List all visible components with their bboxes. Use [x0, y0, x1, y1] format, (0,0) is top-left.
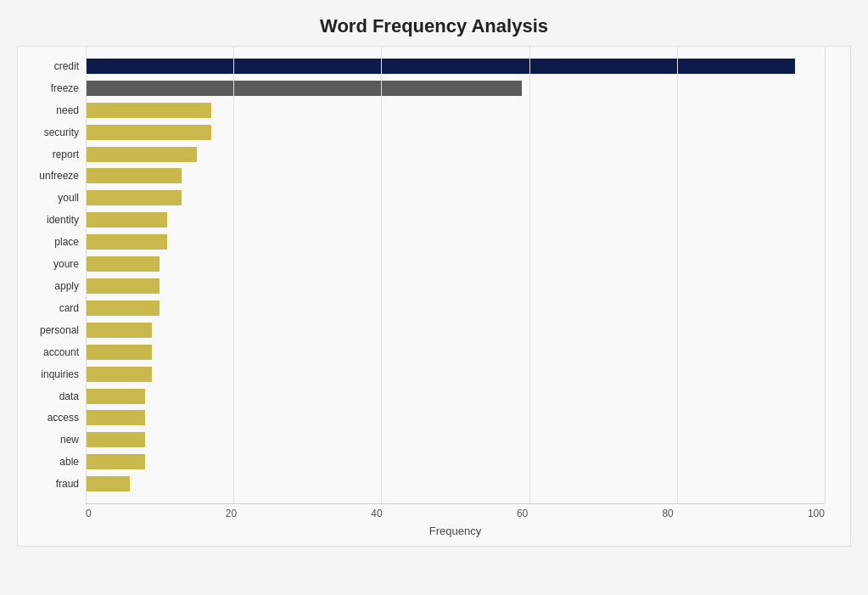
x-tick: 60	[517, 508, 528, 519]
bar-row: report	[18, 143, 825, 166]
bar-row: need	[18, 99, 825, 121]
bar-fill	[86, 300, 160, 316]
bar-fill	[86, 323, 152, 338]
bar-label: card	[18, 302, 86, 314]
bar-track	[86, 212, 825, 227]
x-tick: 0	[86, 508, 92, 519]
bar-fill	[86, 256, 160, 272]
bar-row: able	[18, 451, 825, 473]
bar-fill	[86, 432, 145, 447]
bar-row: inquiries	[18, 363, 825, 385]
grid-line	[825, 47, 826, 503]
bar-row: apply	[18, 275, 825, 297]
bar-fill	[86, 81, 522, 96]
bar-fill	[86, 168, 182, 183]
x-tick: 20	[226, 508, 237, 519]
bar-row: card	[18, 297, 825, 319]
bar-label: need	[18, 104, 86, 116]
bar-label: personal	[18, 324, 86, 336]
bar-label: able	[18, 456, 86, 468]
bar-row: access	[18, 407, 825, 429]
bar-row: fraud	[18, 473, 825, 495]
bar-row: account	[18, 341, 825, 363]
bar-row: credit	[18, 55, 825, 77]
bar-label: account	[18, 346, 86, 358]
bar-label: new	[18, 434, 86, 446]
x-tick: 40	[371, 508, 382, 519]
x-axis-label: Frequency	[86, 525, 825, 537]
bar-row: place	[18, 231, 825, 253]
bar-track	[86, 454, 825, 469]
bar-track	[86, 278, 825, 294]
bar-label: report	[18, 149, 86, 160]
bar-track	[86, 234, 825, 250]
chart-container: Word Frequency Analysis creditfreezeneed…	[0, 0, 868, 595]
chart-area: creditfreezeneedsecurityreportunfreezeyo…	[17, 46, 851, 547]
bar-track	[86, 323, 825, 338]
bar-fill	[86, 125, 211, 140]
bar-fill	[86, 103, 211, 118]
bar-row: identity	[18, 209, 825, 231]
bar-track	[86, 168, 825, 183]
bar-track	[86, 256, 825, 272]
bar-row: unfreeze	[18, 166, 825, 188]
x-axis-area: 020406080100 Frequency	[18, 503, 850, 546]
plot-area: creditfreezeneedsecurityreportunfreezeyo…	[18, 47, 850, 503]
bar-track	[86, 103, 825, 118]
bar-track	[86, 125, 825, 140]
chart-title: Word Frequency Analysis	[17, 8, 851, 37]
bar-row: personal	[18, 319, 825, 341]
bar-label: unfreeze	[18, 170, 86, 182]
bar-fill	[86, 345, 152, 360]
bar-label: data	[18, 390, 86, 402]
bar-fill	[86, 278, 160, 294]
bar-label: credit	[18, 60, 86, 72]
bar-track	[86, 190, 825, 205]
bar-label: fraud	[18, 478, 86, 490]
bar-track	[86, 59, 825, 74]
bar-track	[86, 389, 825, 404]
bar-label: apply	[18, 280, 86, 292]
bar-fill	[86, 190, 182, 205]
bar-track	[86, 345, 825, 360]
bar-row: security	[18, 121, 825, 143]
bar-fill	[86, 59, 795, 74]
bar-track	[86, 367, 825, 382]
bar-track	[86, 81, 825, 96]
bar-fill	[86, 367, 152, 382]
bar-fill	[86, 389, 145, 404]
x-tick: 80	[662, 508, 673, 519]
bar-track	[86, 147, 825, 162]
bar-track	[86, 300, 825, 316]
bar-fill	[86, 476, 130, 491]
bar-label: youll	[18, 192, 86, 204]
bar-label: access	[18, 412, 86, 424]
bar-row: youll	[18, 187, 825, 209]
bar-row: data	[18, 385, 825, 407]
bar-fill	[86, 454, 145, 469]
bar-track	[86, 432, 825, 447]
bar-fill	[86, 234, 167, 250]
bar-row: freeze	[18, 77, 825, 99]
bar-track	[86, 410, 825, 425]
bar-label: security	[18, 126, 86, 138]
bar-track	[86, 476, 825, 491]
bar-label: freeze	[18, 82, 86, 94]
bar-label: youre	[18, 258, 86, 270]
bar-row: new	[18, 429, 825, 451]
bar-label: place	[18, 236, 86, 248]
bar-fill	[86, 147, 197, 162]
bar-fill	[86, 410, 145, 425]
bar-row: youre	[18, 253, 825, 275]
bar-label: identity	[18, 214, 86, 226]
bar-label: inquiries	[18, 368, 86, 380]
x-tick: 100	[808, 508, 825, 519]
x-axis-ticks: 020406080100	[86, 503, 825, 519]
bar-fill	[86, 212, 167, 227]
